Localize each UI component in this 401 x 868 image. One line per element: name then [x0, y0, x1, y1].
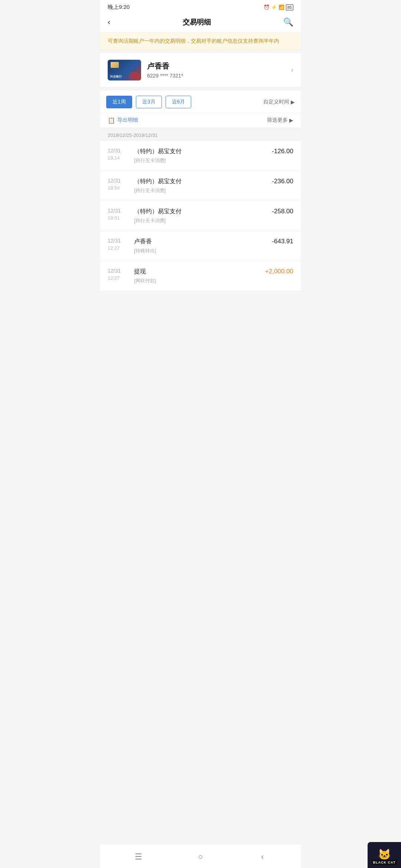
tx-type-2: [跨行无卡消费] — [134, 217, 260, 224]
account-info: 卢香香 6229 **** 7321* — [147, 61, 291, 79]
tx-amount-1: -236.00 — [260, 178, 293, 185]
page-title: 交易明细 — [183, 17, 211, 27]
account-section[interactable]: 兴业银行 卢香香 6229 **** 7321* › — [100, 53, 301, 88]
tx-info-4: 提现 [网联付款] — [128, 268, 260, 284]
tx-time-1: 12/31 18:54 — [108, 178, 128, 191]
tx-name-3: 卢香香 — [134, 238, 260, 246]
table-row[interactable]: 12/31 18:54 （特约）易宝支付 [跨行无卡消费] -236.00 — [100, 171, 301, 201]
back-button[interactable]: ‹ — [108, 17, 110, 27]
filter-6month-button[interactable]: 近6月 — [166, 96, 192, 108]
tx-type-0: [跨行无卡消费] — [134, 157, 260, 164]
tx-date-3: 12/31 — [108, 238, 128, 244]
tx-type-3: [转账转出] — [134, 247, 260, 254]
export-icon: 📋 — [108, 117, 115, 124]
back-icon: ‹ — [261, 852, 264, 862]
tx-info-3: 卢香香 [转账转出] — [128, 238, 260, 254]
filter-more-button[interactable]: 筛选更多 ▶ — [267, 117, 293, 124]
filter-more-label: 筛选更多 — [267, 117, 288, 124]
bottom-navigation: ☰ ○ ‹ 🐱 BLACK CAT — [100, 844, 301, 868]
tx-name-0: （特约）易宝支付 — [134, 148, 260, 155]
header: ‹ 交易明细 🔍 — [100, 13, 301, 33]
alarm-icon: ⏰ — [264, 4, 270, 10]
tx-amount-3: -643.91 — [260, 238, 293, 245]
menu-icon: ☰ — [135, 852, 142, 862]
tx-time-2: 12/31 18:51 — [108, 208, 128, 221]
battery-indicator: 85 — [286, 4, 293, 10]
notice-text: 可查询活期账户一年内的交易明细，交易对手的账户信息仅支持查询半年内 — [108, 38, 279, 44]
custom-time-button[interactable]: 自定义时间 ▶ — [263, 99, 295, 105]
action-row: 📋 导出明细 筛选更多 ▶ — [100, 113, 301, 128]
tx-amount-4: +2,000.00 — [260, 268, 293, 275]
tx-time-4: 12/31 12:27 — [108, 268, 128, 281]
tx-date-0: 12/31 — [108, 148, 128, 154]
custom-time-arrow: ▶ — [291, 99, 295, 105]
tx-time-0: 12/31 19:14 — [108, 148, 128, 161]
export-button[interactable]: 📋 导出明细 — [108, 117, 138, 124]
tx-time-3: 12/31 12:27 — [108, 238, 128, 251]
search-button[interactable]: 🔍 — [283, 17, 293, 27]
status-icons: ⏰ ⚡ 📶 85 — [264, 4, 293, 10]
tx-date-2: 12/31 — [108, 208, 128, 214]
home-icon: ○ — [198, 852, 203, 862]
tx-type-4: [网联付款] — [134, 277, 260, 284]
tx-name-4: 提现 — [134, 268, 260, 276]
tx-info-1: （特约）易宝支付 [跨行无卡消费] — [128, 178, 260, 194]
tx-type-1: [跨行无卡消费] — [134, 187, 260, 194]
status-time: 晚上9:20 — [108, 4, 130, 11]
table-row[interactable]: 12/31 12:27 提现 [网联付款] +2,000.00 — [100, 261, 301, 291]
account-number: 6229 **** 7321* — [147, 73, 291, 79]
tx-hour-3: 12:27 — [108, 245, 128, 251]
tx-hour-2: 18:51 — [108, 215, 128, 221]
custom-time-label: 自定义时间 — [263, 99, 289, 105]
bank-card-image: 兴业银行 — [108, 60, 141, 80]
signal-icon: 📶 — [278, 4, 284, 10]
tx-info-2: （特约）易宝支付 [跨行无卡消费] — [128, 208, 260, 224]
tx-date-4: 12/31 — [108, 268, 128, 274]
account-chevron: › — [291, 66, 293, 74]
filter-more-arrow: ▶ — [289, 117, 293, 123]
table-row[interactable]: 12/31 12:27 卢香香 [转账转出] -643.91 — [100, 231, 301, 261]
tx-hour-0: 19:14 — [108, 155, 128, 161]
status-bar: 晚上9:20 ⏰ ⚡ 📶 85 — [100, 0, 301, 13]
filter-section: 近1周 近3月 近6月 自定义时间 ▶ — [100, 91, 301, 113]
tx-date-1: 12/31 — [108, 178, 128, 184]
date-range-text: 2019/12/25-2019/12/31 — [108, 132, 157, 138]
filter-week-button[interactable]: 近1周 — [106, 96, 132, 108]
bank-logo: 兴业银行 — [110, 75, 122, 79]
account-name: 卢香香 — [147, 61, 291, 71]
home-nav-button[interactable]: ○ — [193, 849, 208, 864]
tx-info-0: （特约）易宝支付 [跨行无卡消费] — [128, 148, 260, 164]
filter-3month-button[interactable]: 近3月 — [136, 96, 162, 108]
menu-nav-button[interactable]: ☰ — [131, 849, 146, 864]
bluetooth-icon: ⚡ — [271, 4, 277, 10]
table-row[interactable]: 12/31 19:14 （特约）易宝支付 [跨行无卡消费] -126.00 — [100, 141, 301, 171]
transaction-list: 12/31 19:14 （特约）易宝支付 [跨行无卡消费] -126.00 12… — [100, 141, 301, 291]
table-row[interactable]: 12/31 18:51 （特约）易宝支付 [跨行无卡消费] -258.00 — [100, 201, 301, 231]
back-nav-button[interactable]: ‹ — [255, 849, 270, 864]
date-range: 2019/12/25-2019/12/31 — [100, 128, 301, 141]
tx-hour-4: 12:27 — [108, 275, 128, 281]
tx-name-2: （特约）易宝支付 — [134, 208, 260, 216]
tx-hour-1: 18:54 — [108, 185, 128, 191]
notice-banner: 可查询活期账户一年内的交易明细，交易对手的账户信息仅支持查询半年内 — [100, 33, 301, 50]
tx-amount-0: -126.00 — [260, 148, 293, 155]
tx-amount-2: -258.00 — [260, 208, 293, 215]
export-label: 导出明细 — [117, 117, 138, 124]
tx-name-1: （特约）易宝支付 — [134, 178, 260, 185]
